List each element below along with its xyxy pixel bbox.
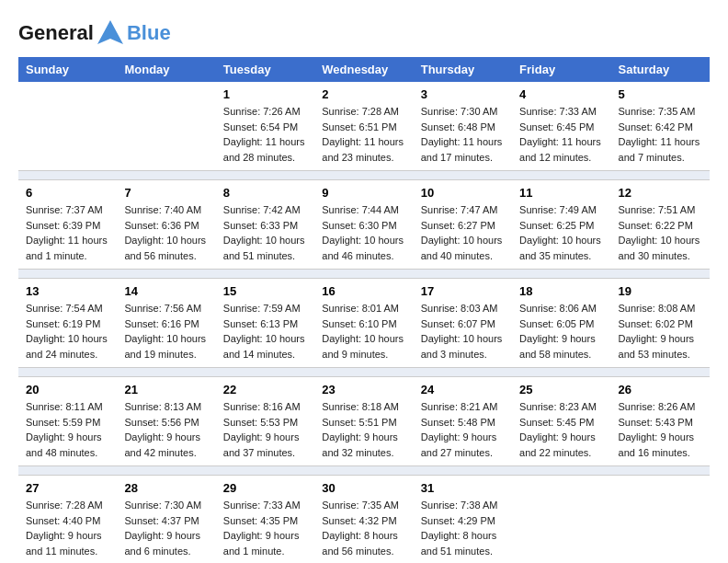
column-header-friday: Friday xyxy=(512,57,610,82)
page-header: General Blue xyxy=(18,18,710,48)
day-detail: Sunrise: 7:30 AMSunset: 4:37 PMDaylight:… xyxy=(124,498,208,558)
day-cell: 11Sunrise: 7:49 AMSunset: 6:25 PMDayligh… xyxy=(512,180,610,270)
day-cell xyxy=(18,82,117,171)
day-number: 16 xyxy=(322,284,405,298)
day-cell: 29Sunrise: 7:33 AMSunset: 4:35 PMDayligh… xyxy=(216,476,314,564)
day-number: 1 xyxy=(223,87,307,101)
day-number: 21 xyxy=(124,383,208,396)
day-number: 26 xyxy=(619,383,702,396)
week-row-1: 1Sunrise: 7:26 AMSunset: 6:54 PMDaylight… xyxy=(18,82,710,171)
day-cell: 4Sunrise: 7:33 AMSunset: 6:45 PMDaylight… xyxy=(512,82,610,171)
day-number: 22 xyxy=(223,383,307,396)
day-number: 30 xyxy=(322,481,405,495)
column-header-tuesday: Tuesday xyxy=(216,57,314,82)
column-header-saturday: Saturday xyxy=(611,57,710,82)
day-detail: Sunrise: 8:08 AMSunset: 6:02 PMDaylight:… xyxy=(619,301,702,362)
day-cell: 9Sunrise: 7:44 AMSunset: 6:30 PMDaylight… xyxy=(314,180,413,270)
day-cell: 14Sunrise: 7:56 AMSunset: 6:16 PMDayligh… xyxy=(117,279,215,368)
day-cell: 27Sunrise: 7:28 AMSunset: 4:40 PMDayligh… xyxy=(18,476,117,564)
day-detail: Sunrise: 7:56 AMSunset: 6:16 PMDaylight:… xyxy=(124,301,208,362)
day-number: 8 xyxy=(223,186,307,200)
day-cell: 19Sunrise: 8:08 AMSunset: 6:02 PMDayligh… xyxy=(611,279,710,368)
day-detail: Sunrise: 7:38 AMSunset: 4:29 PMDaylight:… xyxy=(421,498,505,558)
day-cell: 8Sunrise: 7:42 AMSunset: 6:33 PMDaylight… xyxy=(216,180,314,270)
day-detail: Sunrise: 7:59 AMSunset: 6:13 PMDaylight:… xyxy=(223,301,307,362)
day-number: 28 xyxy=(124,481,208,495)
day-detail: Sunrise: 7:47 AMSunset: 6:27 PMDaylight:… xyxy=(421,202,505,263)
day-detail: Sunrise: 7:28 AMSunset: 6:51 PMDaylight:… xyxy=(322,104,405,165)
day-cell: 24Sunrise: 8:21 AMSunset: 5:48 PMDayligh… xyxy=(414,377,512,466)
day-cell xyxy=(512,476,610,564)
day-cell: 26Sunrise: 8:26 AMSunset: 5:43 PMDayligh… xyxy=(611,377,710,466)
column-header-monday: Monday xyxy=(117,57,215,82)
spacer-row xyxy=(18,368,710,377)
week-row-3: 13Sunrise: 7:54 AMSunset: 6:19 PMDayligh… xyxy=(18,279,710,368)
day-cell: 6Sunrise: 7:37 AMSunset: 6:39 PMDaylight… xyxy=(18,180,117,270)
day-number: 17 xyxy=(421,284,505,298)
week-row-4: 20Sunrise: 8:11 AMSunset: 5:59 PMDayligh… xyxy=(18,377,710,466)
day-cell: 17Sunrise: 8:03 AMSunset: 6:07 PMDayligh… xyxy=(414,279,512,368)
day-detail: Sunrise: 7:44 AMSunset: 6:30 PMDaylight:… xyxy=(322,202,405,263)
day-number: 20 xyxy=(26,383,109,396)
day-cell: 3Sunrise: 7:30 AMSunset: 6:48 PMDaylight… xyxy=(414,82,512,171)
day-cell: 12Sunrise: 7:51 AMSunset: 6:22 PMDayligh… xyxy=(611,180,710,270)
day-detail: Sunrise: 8:13 AMSunset: 5:56 PMDaylight:… xyxy=(124,399,208,460)
day-cell: 28Sunrise: 7:30 AMSunset: 4:37 PMDayligh… xyxy=(117,476,215,564)
header-row: SundayMondayTuesdayWednesdayThursdayFrid… xyxy=(18,57,710,82)
week-row-2: 6Sunrise: 7:37 AMSunset: 6:39 PMDaylight… xyxy=(18,180,710,270)
logo: General Blue xyxy=(18,18,171,48)
day-cell: 10Sunrise: 7:47 AMSunset: 6:27 PMDayligh… xyxy=(414,180,512,270)
day-cell: 30Sunrise: 7:35 AMSunset: 4:32 PMDayligh… xyxy=(314,476,413,564)
day-cell xyxy=(117,82,215,171)
day-detail: Sunrise: 7:30 AMSunset: 6:48 PMDaylight:… xyxy=(421,104,505,165)
day-cell: 13Sunrise: 7:54 AMSunset: 6:19 PMDayligh… xyxy=(18,279,117,368)
day-number: 27 xyxy=(26,481,109,495)
column-header-thursday: Thursday xyxy=(414,57,512,82)
day-cell: 1Sunrise: 7:26 AMSunset: 6:54 PMDaylight… xyxy=(216,82,314,171)
day-detail: Sunrise: 7:33 AMSunset: 6:45 PMDaylight:… xyxy=(519,104,603,165)
day-cell: 2Sunrise: 7:28 AMSunset: 6:51 PMDaylight… xyxy=(314,82,413,171)
day-number: 31 xyxy=(421,481,505,495)
spacer-row xyxy=(18,466,710,476)
day-number: 24 xyxy=(421,383,505,396)
day-detail: Sunrise: 8:18 AMSunset: 5:51 PMDaylight:… xyxy=(322,399,405,460)
day-cell: 16Sunrise: 8:01 AMSunset: 6:10 PMDayligh… xyxy=(314,279,413,368)
day-number: 29 xyxy=(223,481,307,495)
day-detail: Sunrise: 7:42 AMSunset: 6:33 PMDaylight:… xyxy=(223,202,307,263)
day-detail: Sunrise: 8:01 AMSunset: 6:10 PMDaylight:… xyxy=(322,301,405,362)
column-header-wednesday: Wednesday xyxy=(314,57,413,82)
column-header-sunday: Sunday xyxy=(18,57,117,82)
day-number: 15 xyxy=(223,284,307,298)
day-cell: 22Sunrise: 8:16 AMSunset: 5:53 PMDayligh… xyxy=(216,377,314,466)
day-detail: Sunrise: 8:03 AMSunset: 6:07 PMDaylight:… xyxy=(421,301,505,362)
spacer-row xyxy=(18,270,710,279)
day-number: 10 xyxy=(421,186,505,200)
day-detail: Sunrise: 8:23 AMSunset: 5:45 PMDaylight:… xyxy=(519,399,603,460)
day-number: 13 xyxy=(26,284,109,298)
day-cell: 21Sunrise: 8:13 AMSunset: 5:56 PMDayligh… xyxy=(117,377,215,466)
day-detail: Sunrise: 7:26 AMSunset: 6:54 PMDaylight:… xyxy=(223,104,307,165)
day-number: 4 xyxy=(519,87,603,101)
day-detail: Sunrise: 8:26 AMSunset: 5:43 PMDaylight:… xyxy=(619,399,702,460)
day-detail: Sunrise: 8:16 AMSunset: 5:53 PMDaylight:… xyxy=(223,399,307,460)
day-detail: Sunrise: 7:54 AMSunset: 6:19 PMDaylight:… xyxy=(26,301,109,362)
day-cell: 31Sunrise: 7:38 AMSunset: 4:29 PMDayligh… xyxy=(414,476,512,564)
logo-text: General Blue xyxy=(18,18,171,48)
day-cell: 20Sunrise: 8:11 AMSunset: 5:59 PMDayligh… xyxy=(18,377,117,466)
svg-marker-0 xyxy=(97,20,123,44)
day-detail: Sunrise: 7:35 AMSunset: 4:32 PMDaylight:… xyxy=(322,498,405,558)
calendar-table: SundayMondayTuesdayWednesdayThursdayFrid… xyxy=(18,57,710,563)
day-detail: Sunrise: 7:28 AMSunset: 4:40 PMDaylight:… xyxy=(26,498,109,558)
day-number: 12 xyxy=(619,186,702,200)
day-detail: Sunrise: 7:40 AMSunset: 6:36 PMDaylight:… xyxy=(124,202,208,263)
day-cell: 5Sunrise: 7:35 AMSunset: 6:42 PMDaylight… xyxy=(611,82,710,171)
day-detail: Sunrise: 7:49 AMSunset: 6:25 PMDaylight:… xyxy=(519,202,603,263)
day-number: 14 xyxy=(124,284,208,298)
day-detail: Sunrise: 7:51 AMSunset: 6:22 PMDaylight:… xyxy=(619,202,702,263)
day-number: 9 xyxy=(322,186,405,200)
day-detail: Sunrise: 7:33 AMSunset: 4:35 PMDaylight:… xyxy=(223,498,307,558)
day-detail: Sunrise: 7:37 AMSunset: 6:39 PMDaylight:… xyxy=(26,202,109,263)
day-cell: 7Sunrise: 7:40 AMSunset: 6:36 PMDaylight… xyxy=(117,180,215,270)
day-number: 23 xyxy=(322,383,405,396)
day-number: 18 xyxy=(519,284,603,298)
